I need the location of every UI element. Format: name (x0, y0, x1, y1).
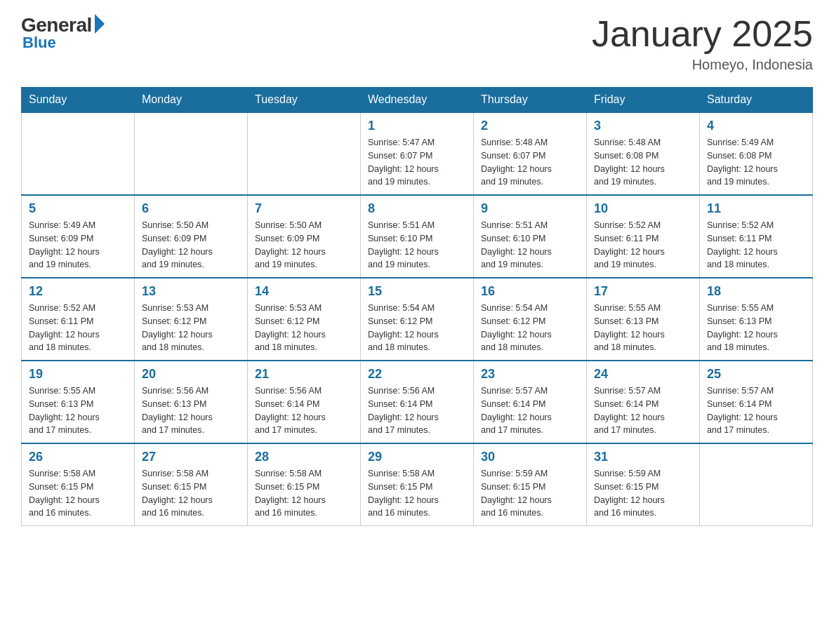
day-number: 21 (255, 367, 353, 382)
calendar-cell: 3Sunrise: 5:48 AM Sunset: 6:08 PM Daylig… (587, 112, 700, 195)
calendar-cell: 9Sunrise: 5:51 AM Sunset: 6:10 PM Daylig… (474, 195, 587, 278)
day-info: Sunrise: 5:49 AM Sunset: 6:09 PM Dayligh… (29, 219, 127, 271)
day-info: Sunrise: 5:52 AM Sunset: 6:11 PM Dayligh… (707, 219, 805, 271)
day-info: Sunrise: 5:57 AM Sunset: 6:14 PM Dayligh… (707, 384, 805, 437)
calendar-cell: 23Sunrise: 5:57 AM Sunset: 6:14 PM Dayli… (474, 361, 587, 443)
day-header-wednesday: Wednesday (361, 88, 474, 113)
day-number: 19 (29, 367, 127, 382)
week-row-4: 19Sunrise: 5:55 AM Sunset: 6:13 PM Dayli… (22, 361, 813, 443)
day-info: Sunrise: 5:58 AM Sunset: 6:15 PM Dayligh… (29, 467, 127, 520)
day-info: Sunrise: 5:48 AM Sunset: 6:08 PM Dayligh… (594, 136, 692, 189)
day-number: 1 (368, 119, 466, 133)
calendar-cell: 17Sunrise: 5:55 AM Sunset: 6:13 PM Dayli… (587, 278, 700, 361)
day-number: 2 (481, 119, 579, 133)
calendar-cell: 5Sunrise: 5:49 AM Sunset: 6:09 PM Daylig… (22, 195, 135, 278)
calendar-cell: 26Sunrise: 5:58 AM Sunset: 6:15 PM Dayli… (22, 443, 135, 526)
day-info: Sunrise: 5:57 AM Sunset: 6:14 PM Dayligh… (594, 384, 692, 437)
day-number: 31 (594, 450, 692, 464)
day-number: 28 (255, 450, 353, 464)
calendar-cell: 15Sunrise: 5:54 AM Sunset: 6:12 PM Dayli… (361, 278, 474, 361)
day-number: 9 (481, 201, 579, 216)
calendar-cell: 4Sunrise: 5:49 AM Sunset: 6:08 PM Daylig… (700, 112, 813, 195)
day-info: Sunrise: 5:51 AM Sunset: 6:10 PM Dayligh… (368, 219, 466, 271)
calendar-cell: 13Sunrise: 5:53 AM Sunset: 6:12 PM Dayli… (135, 278, 248, 361)
day-info: Sunrise: 5:57 AM Sunset: 6:14 PM Dayligh… (481, 384, 579, 437)
calendar-cell: 11Sunrise: 5:52 AM Sunset: 6:11 PM Dayli… (700, 195, 813, 278)
day-number: 3 (594, 119, 692, 133)
day-number: 10 (594, 201, 692, 216)
day-number: 6 (142, 201, 240, 216)
week-row-5: 26Sunrise: 5:58 AM Sunset: 6:15 PM Dayli… (22, 443, 813, 526)
day-number: 18 (707, 284, 805, 299)
calendar-header-row: SundayMondayTuesdayWednesdayThursdayFrid… (22, 88, 813, 113)
day-info: Sunrise: 5:56 AM Sunset: 6:13 PM Dayligh… (142, 384, 240, 437)
day-number: 29 (368, 450, 466, 464)
calendar-cell: 1Sunrise: 5:47 AM Sunset: 6:07 PM Daylig… (361, 112, 474, 195)
day-number: 30 (481, 450, 579, 464)
calendar-cell: 20Sunrise: 5:56 AM Sunset: 6:13 PM Dayli… (135, 361, 248, 443)
day-info: Sunrise: 5:59 AM Sunset: 6:15 PM Dayligh… (594, 467, 692, 520)
day-number: 27 (142, 450, 240, 464)
calendar-cell: 2Sunrise: 5:48 AM Sunset: 6:07 PM Daylig… (474, 112, 587, 195)
day-info: Sunrise: 5:47 AM Sunset: 6:07 PM Dayligh… (368, 136, 466, 189)
day-header-friday: Friday (587, 88, 700, 113)
day-number: 24 (594, 367, 692, 382)
calendar-cell: 21Sunrise: 5:56 AM Sunset: 6:14 PM Dayli… (248, 361, 361, 443)
day-info: Sunrise: 5:48 AM Sunset: 6:07 PM Dayligh… (481, 136, 579, 189)
calendar-cell: 22Sunrise: 5:56 AM Sunset: 6:14 PM Dayli… (361, 361, 474, 443)
day-number: 5 (29, 201, 127, 216)
day-info: Sunrise: 5:55 AM Sunset: 6:13 PM Dayligh… (707, 302, 805, 354)
day-number: 26 (29, 450, 127, 464)
day-info: Sunrise: 5:53 AM Sunset: 6:12 PM Dayligh… (142, 302, 240, 354)
day-number: 13 (142, 284, 240, 299)
day-number: 22 (368, 367, 466, 382)
day-info: Sunrise: 5:58 AM Sunset: 6:15 PM Dayligh… (142, 467, 240, 520)
day-info: Sunrise: 5:56 AM Sunset: 6:14 PM Dayligh… (368, 384, 466, 437)
logo-triangle-icon (95, 14, 105, 34)
calendar-cell: 8Sunrise: 5:51 AM Sunset: 6:10 PM Daylig… (361, 195, 474, 278)
day-info: Sunrise: 5:50 AM Sunset: 6:09 PM Dayligh… (255, 219, 353, 271)
calendar-cell: 29Sunrise: 5:58 AM Sunset: 6:15 PM Dayli… (361, 443, 474, 526)
day-info: Sunrise: 5:54 AM Sunset: 6:12 PM Dayligh… (481, 302, 579, 354)
calendar-cell (22, 112, 135, 195)
calendar-cell (700, 443, 813, 526)
day-info: Sunrise: 5:59 AM Sunset: 6:15 PM Dayligh… (481, 467, 579, 520)
page-header: General Blue January 2025 Homeyo, Indone… (21, 14, 813, 73)
calendar-cell: 19Sunrise: 5:55 AM Sunset: 6:13 PM Dayli… (22, 361, 135, 443)
week-row-1: 1Sunrise: 5:47 AM Sunset: 6:07 PM Daylig… (22, 112, 813, 195)
calendar-cell: 30Sunrise: 5:59 AM Sunset: 6:15 PM Dayli… (474, 443, 587, 526)
day-header-saturday: Saturday (700, 88, 813, 113)
week-row-2: 5Sunrise: 5:49 AM Sunset: 6:09 PM Daylig… (22, 195, 813, 278)
day-number: 7 (255, 201, 353, 216)
calendar-cell: 24Sunrise: 5:57 AM Sunset: 6:14 PM Dayli… (587, 361, 700, 443)
title-section: January 2025 Homeyo, Indonesia (592, 14, 813, 73)
day-number: 25 (707, 367, 805, 382)
day-header-thursday: Thursday (474, 88, 587, 113)
day-info: Sunrise: 5:50 AM Sunset: 6:09 PM Dayligh… (142, 219, 240, 271)
location-text: Homeyo, Indonesia (592, 57, 813, 73)
day-number: 4 (707, 119, 805, 133)
day-number: 16 (481, 284, 579, 299)
day-info: Sunrise: 5:55 AM Sunset: 6:13 PM Dayligh… (594, 302, 692, 354)
day-number: 14 (255, 284, 353, 299)
day-number: 12 (29, 284, 127, 299)
calendar-cell: 7Sunrise: 5:50 AM Sunset: 6:09 PM Daylig… (248, 195, 361, 278)
calendar-cell: 31Sunrise: 5:59 AM Sunset: 6:15 PM Dayli… (587, 443, 700, 526)
calendar-cell: 10Sunrise: 5:52 AM Sunset: 6:11 PM Dayli… (587, 195, 700, 278)
day-info: Sunrise: 5:58 AM Sunset: 6:15 PM Dayligh… (255, 467, 353, 520)
calendar-cell: 28Sunrise: 5:58 AM Sunset: 6:15 PM Dayli… (248, 443, 361, 526)
calendar-cell: 16Sunrise: 5:54 AM Sunset: 6:12 PM Dayli… (474, 278, 587, 361)
day-header-sunday: Sunday (22, 88, 135, 113)
day-info: Sunrise: 5:52 AM Sunset: 6:11 PM Dayligh… (594, 219, 692, 271)
day-number: 15 (368, 284, 466, 299)
day-info: Sunrise: 5:52 AM Sunset: 6:11 PM Dayligh… (29, 302, 127, 354)
calendar-cell: 18Sunrise: 5:55 AM Sunset: 6:13 PM Dayli… (700, 278, 813, 361)
day-number: 11 (707, 201, 805, 216)
day-header-monday: Monday (135, 88, 248, 113)
calendar-cell (248, 112, 361, 195)
day-number: 8 (368, 201, 466, 216)
day-info: Sunrise: 5:56 AM Sunset: 6:14 PM Dayligh… (255, 384, 353, 437)
day-header-tuesday: Tuesday (248, 88, 361, 113)
calendar-cell: 14Sunrise: 5:53 AM Sunset: 6:12 PM Dayli… (248, 278, 361, 361)
logo: General Blue (21, 14, 105, 52)
